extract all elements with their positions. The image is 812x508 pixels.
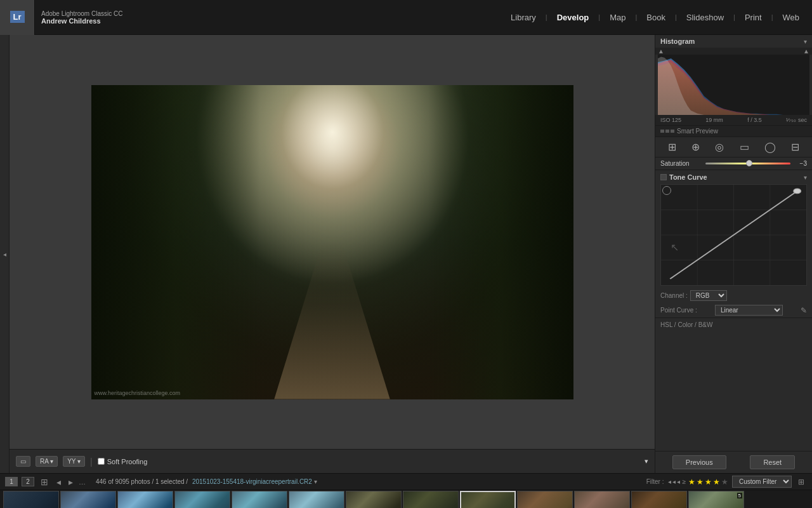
view-mode-button[interactable]: ▭ [16, 456, 30, 467]
film-thumb-4[interactable]: ⊞◎ [174, 491, 230, 508]
toolbar: ▭ RA ▾ YY ▾ | Soft Proofing ▾ [10, 449, 655, 473]
nav-sep6: | [771, 13, 773, 21]
tone-curve-graph[interactable]: ↖ [660, 184, 807, 286]
film-thumb-7[interactable]: ⊞◎ [346, 491, 402, 508]
filter-star1[interactable]: ★ [688, 478, 695, 486]
film-thumb-11[interactable]: ⊞◎ [574, 491, 630, 508]
tool-redeye[interactable]: ◎ [712, 140, 726, 154]
filmstrip: 1 2 ⊞ ◂ ▸ … 446 of 9095 photos / 1 selec… [0, 473, 812, 508]
nav-develop[interactable]: Develop [551, 10, 596, 25]
nav-web[interactable]: Web [776, 10, 806, 25]
user-name: Andrew Childress [41, 17, 122, 25]
ra-button[interactable]: RA ▾ [36, 456, 58, 467]
left-panel: ◂ [0, 35, 10, 473]
film-thumb-2[interactable]: ⊞◎ ★★★★★ [60, 491, 116, 508]
toolbar-expand-icon[interactable]: ▾ [645, 457, 648, 465]
histogram-header: Histogram ▾ [655, 35, 812, 48]
film-thumb-10[interactable]: ⊞ [517, 491, 573, 508]
histogram-graph [658, 55, 809, 115]
film-thumb-5[interactable]: ⊞ [232, 491, 287, 508]
point-curve-select[interactable]: Linear Medium Contrast Strong Contrast [715, 305, 783, 316]
film-thumb-8[interactable]: ⊞ [403, 491, 459, 508]
tone-curve-left: Tone Curve [660, 173, 707, 181]
tool-graduated[interactable]: ▭ [737, 140, 752, 154]
filter-star4[interactable]: ★ [713, 478, 720, 486]
nav-sep1: | [546, 13, 547, 21]
film-thumb-13[interactable]: 5 ⊞◎ [688, 491, 744, 508]
photo-viewer: www.heritagechristiancollege.com [10, 35, 655, 449]
nav-sep3: | [635, 13, 637, 21]
channel-label: Channel : [660, 292, 688, 299]
tool-adjustment[interactable]: ⊟ [789, 140, 802, 154]
tool-crop[interactable]: ⊞ [665, 140, 679, 154]
previous-button[interactable]: Previous [672, 455, 726, 469]
left-panel-toggle[interactable]: ◂ [3, 251, 6, 258]
film-thumb-9[interactable] [460, 491, 516, 508]
main-photo[interactable]: www.heritagechristiancollege.com [91, 85, 573, 399]
filmstrip-prev[interactable]: ◂ [55, 477, 63, 487]
smart-preview-icon [660, 130, 674, 133]
saturation-slider[interactable] [705, 163, 790, 164]
main-area: ◂ www.heritagechristiancollege.com ▭ RA … [0, 35, 812, 473]
nav-print[interactable]: Print [738, 10, 768, 25]
nav-sep4: | [675, 13, 677, 21]
nav-slideshow[interactable]: Slideshow [680, 10, 730, 25]
smart-preview: Smart Preview [655, 125, 812, 137]
page-btn-1[interactable]: 1 [5, 477, 18, 486]
filter-arrow-left2[interactable]: ◂ [672, 478, 676, 485]
custom-filter-select[interactable]: Custom Filter [732, 476, 792, 488]
filter-arrow-left1[interactable]: ◂ [668, 478, 671, 485]
filmstrip-grid-icon[interactable]: ⊞ [38, 477, 51, 487]
nav-map[interactable]: Map [603, 10, 632, 25]
film-thumb-6[interactable]: ⊞◎ ★★★★★ [289, 491, 344, 508]
filter-arrow-left3[interactable]: ◂ [677, 478, 680, 485]
filmstrip-dropdown[interactable]: ▾ [314, 478, 317, 485]
filter-star2[interactable]: ★ [697, 478, 704, 486]
histogram-arrow-left[interactable]: ▲ [658, 48, 664, 55]
soft-proofing-checkbox[interactable] [98, 458, 105, 465]
reset-button[interactable]: Reset [750, 455, 795, 469]
nav-book[interactable]: Book [640, 10, 672, 25]
thumb-badge-num-13: 5 [737, 493, 742, 498]
app-name: Adobe Lightroom Classic CC [41, 10, 122, 17]
filter-star5[interactable]: ★ [721, 478, 728, 486]
page-btn-2[interactable]: 2 [22, 477, 34, 486]
filmstrip-photos: ⊞◎ ⊞◎ ★★★★★ ⊞◎ ⊞◎ ⊞ ⊞◎ ★★★★★ ⊞◎ ⊞ ⊞ [0, 490, 812, 508]
point-curve-label: Point Curve : [660, 307, 697, 314]
tone-curve-title: Tone Curve [669, 173, 707, 181]
film-thumb-1[interactable]: ⊞◎ [3, 491, 59, 508]
filter-gte: ≥ [683, 478, 686, 485]
nav-library[interactable]: Library [504, 10, 542, 25]
soft-proofing-toggle[interactable]: Soft Proofing [98, 458, 148, 465]
histogram-arrow-right[interactable]: ▲ [803, 48, 809, 55]
camera-info: ISO 125 19 mm f / 3.5 ¹⁄₇₅₀ sec [655, 115, 812, 125]
toolbar-right: ▾ [645, 457, 648, 465]
film-thumb-3[interactable]: ⊞◎ [117, 491, 173, 508]
histogram-dropdown[interactable]: ▾ [804, 38, 807, 45]
tool-radial[interactable]: ◯ [762, 140, 778, 154]
filmstrip-controls: 1 2 ⊞ ◂ ▸ … 446 of 9095 photos / 1 selec… [0, 474, 812, 490]
edit-tools: ⊞ ⊕ ◎ ▭ ◯ ⊟ [655, 137, 812, 157]
photo-trees-left [91, 85, 260, 399]
right-panel: Histogram ▾ ▲ ▲ [655, 35, 812, 473]
hsl-section-header[interactable]: HSL / Color / B&W [655, 318, 812, 331]
filter-star3[interactable]: ★ [705, 478, 712, 486]
tone-curve-collapse[interactable] [660, 174, 667, 180]
filmstrip-right-arrow[interactable]: ⊞ [796, 478, 807, 486]
tool-spot[interactable]: ⊕ [689, 140, 702, 154]
photo-count: 446 of 9095 photos / 1 selected / 201510… [89, 478, 643, 485]
saturation-thumb[interactable] [746, 160, 752, 166]
nav-sep5: | [733, 13, 735, 21]
filmstrip-next[interactable]: ▸ [67, 477, 75, 487]
channel-select[interactable]: RGB Red Green Blue [690, 290, 727, 301]
film-thumb-12[interactable]: ⊞◎ [631, 491, 687, 508]
yy-button[interactable]: YY ▾ [63, 456, 85, 467]
saturation-label: Saturation [660, 160, 702, 167]
point-curve-edit-icon[interactable]: ✎ [801, 306, 807, 315]
filter-label: Filter : [646, 478, 664, 485]
photo-filename: 20151023-155418-virginiacreepertrail.CR2 [192, 478, 312, 485]
tone-curve-circle-tool[interactable] [662, 186, 671, 195]
bottom-buttons: Previous Reset [655, 451, 812, 473]
nav-menu: Library | Develop | Map | Book | Slidesh… [129, 10, 812, 25]
tone-curve-dropdown[interactable]: ▾ [804, 174, 807, 181]
